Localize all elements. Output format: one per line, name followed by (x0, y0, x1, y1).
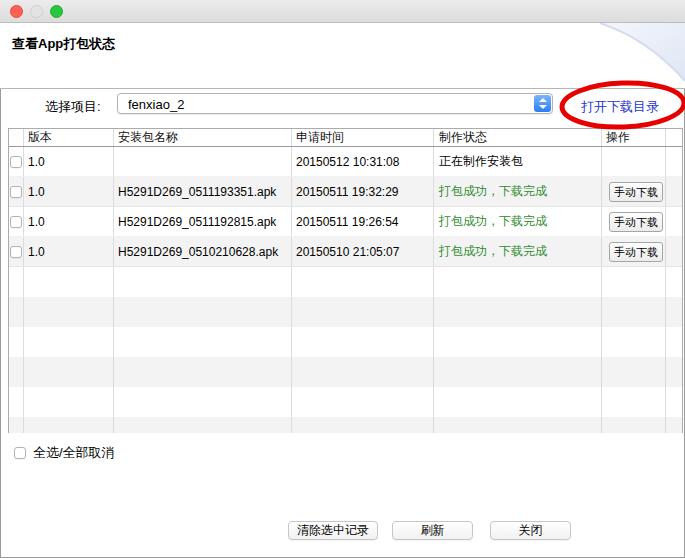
column-header-version: 版本 (24, 129, 114, 146)
cell-version: 1.0 (24, 177, 114, 206)
close-window-button[interactable] (10, 5, 23, 18)
project-select-label: 选择项目: (45, 98, 101, 116)
cell-package: H5291D269_0511192815.apk (114, 207, 292, 236)
header-end-spacer (666, 129, 682, 146)
table-row: 1.0 20150512 10:31:08 正在制作安装包 (9, 147, 682, 177)
empty-row (9, 387, 682, 417)
zoom-window-button[interactable] (50, 5, 63, 18)
row-checkbox[interactable] (10, 216, 22, 228)
refresh-button[interactable]: 刷新 (392, 521, 473, 540)
manual-download-button[interactable]: 手动下载 (609, 182, 663, 202)
select-all-control: 全选/全部取消 (14, 444, 115, 462)
cell-package: H5291D269_0510210628.apk (114, 237, 292, 266)
decorative-curve (545, 23, 685, 88)
project-select-value: fenxiao_2 (128, 97, 184, 112)
cell-package (114, 147, 292, 176)
table-row: 1.0 H5291D269_0511192815.apk 20150511 19… (9, 207, 682, 237)
cell-status: 打包成功，下载完成 (434, 177, 602, 206)
cell-time: 20150510 21:05:07 (292, 237, 434, 266)
column-header-package: 安装包名称 (114, 129, 292, 146)
table-header-row: 版本 安装包名称 申请时间 制作状态 操作 (9, 129, 682, 147)
chevron-up-icon (539, 98, 547, 102)
empty-row (9, 417, 682, 433)
chevron-down-icon (539, 105, 547, 109)
titlebar (0, 0, 685, 23)
manual-download-button[interactable]: 手动下载 (609, 242, 663, 262)
table-row: 1.0 H5291D269_0510210628.apk 20150510 21… (9, 237, 682, 267)
cell-version: 1.0 (24, 147, 114, 176)
open-download-dir-link[interactable]: 打开下载目录 (581, 98, 659, 116)
select-all-checkbox[interactable] (14, 447, 26, 459)
cell-action (602, 147, 666, 176)
clear-selected-button[interactable]: 清除选中记录 (288, 521, 378, 540)
select-all-label: 全选/全部取消 (33, 444, 115, 462)
row-checkbox[interactable] (10, 186, 22, 198)
empty-row (9, 267, 682, 297)
package-table: 版本 安装包名称 申请时间 制作状态 操作 1.0 20150512 10:31… (8, 128, 683, 433)
column-header-action: 操作 (602, 129, 666, 146)
empty-row (9, 297, 682, 327)
cell-time: 20150512 10:31:08 (292, 147, 434, 176)
header-checkbox-spacer (9, 129, 24, 146)
cell-version: 1.0 (24, 237, 114, 266)
minimize-window-button (30, 5, 43, 18)
table-row: 1.0 H5291D269_0511193351.apk 20150511 19… (9, 177, 682, 207)
cell-end-spacer (666, 237, 682, 266)
project-select[interactable]: fenxiao_2 (117, 93, 553, 114)
select-stepper-icon (534, 95, 551, 112)
cell-time: 20150511 19:26:54 (292, 207, 434, 236)
cell-end-spacer (666, 177, 682, 206)
cell-end-spacer (666, 147, 682, 176)
column-header-time: 申请时间 (292, 129, 434, 146)
cell-status: 正在制作安装包 (434, 147, 602, 176)
header-banner: 查看App打包状态 (0, 23, 685, 89)
dialog-window: 查看App打包状态 选择项目: fenxiao_2 打开下载目录 版本 安装包名… (0, 0, 685, 558)
close-dialog-button[interactable]: 关闭 (490, 521, 571, 540)
empty-row (9, 357, 682, 387)
empty-row (9, 327, 682, 357)
cell-version: 1.0 (24, 207, 114, 236)
cell-package: H5291D269_0511193351.apk (114, 177, 292, 206)
cell-time: 20150511 19:32:29 (292, 177, 434, 206)
row-checkbox[interactable] (10, 156, 22, 168)
manual-download-button[interactable]: 手动下载 (609, 212, 663, 232)
cell-status: 打包成功，下载完成 (434, 207, 602, 236)
column-header-status: 制作状态 (434, 129, 602, 146)
page-title: 查看App打包状态 (12, 35, 115, 53)
cell-status: 打包成功，下载完成 (434, 237, 602, 266)
row-checkbox[interactable] (10, 246, 22, 258)
cell-end-spacer (666, 207, 682, 236)
